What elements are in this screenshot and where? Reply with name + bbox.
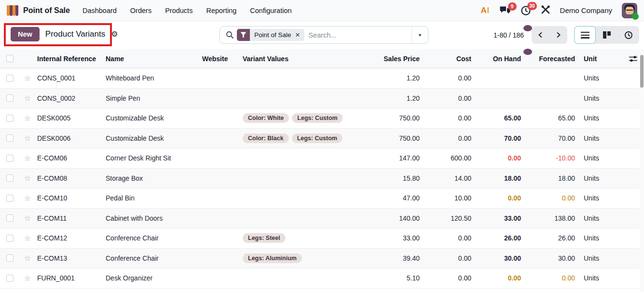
- row-checkbox[interactable]: [6, 214, 14, 222]
- cell-forecasted[interactable]: 138.00: [522, 214, 576, 222]
- cell-name[interactable]: Conference Chair: [104, 234, 201, 242]
- favorite-star-icon[interactable]: ☆: [19, 234, 36, 243]
- cell-cost[interactable]: 120.50: [421, 214, 472, 222]
- cell-on-hand[interactable]: 65.00: [472, 114, 522, 122]
- favorite-star-icon[interactable]: ☆: [19, 74, 36, 83]
- facet-remove-icon[interactable]: ✕: [295, 31, 301, 39]
- cell-forecasted[interactable]: -10.00: [522, 154, 576, 162]
- row-checkbox[interactable]: [6, 235, 14, 242]
- header-sales-price[interactable]: Sales Price: [343, 55, 421, 63]
- cell-internal-reference[interactable]: E-COM12: [36, 234, 104, 242]
- table-row[interactable]: ☆ E-COM08 Storage Box 15.80 14.00 18.00 …: [0, 169, 644, 189]
- cell-name[interactable]: Conference Chair: [104, 254, 201, 262]
- cell-internal-reference[interactable]: E-COM10: [36, 194, 104, 202]
- cell-on-hand[interactable]: 0.00: [472, 154, 522, 162]
- header-variant-values[interactable]: Variant Values: [241, 55, 343, 63]
- cell-forecasted[interactable]: 70.00: [522, 134, 576, 142]
- row-checkbox[interactable]: [6, 195, 14, 202]
- cell-internal-reference[interactable]: E-COM06: [36, 154, 104, 162]
- favorite-star-icon[interactable]: ☆: [19, 213, 36, 223]
- cell-name[interactable]: Customizable Desk: [104, 114, 201, 122]
- row-checkbox[interactable]: [6, 115, 14, 122]
- cell-sales-price[interactable]: 33.00: [343, 234, 421, 242]
- cell-sales-price[interactable]: 39.40: [343, 254, 421, 262]
- cell-cost[interactable]: 0.00: [421, 94, 472, 102]
- search-dropdown-toggle[interactable]: ▼: [411, 27, 424, 43]
- cell-internal-reference[interactable]: FURN_0001: [36, 274, 104, 282]
- cell-on-hand[interactable]: 18.00: [472, 174, 522, 182]
- cell-name[interactable]: Corner Desk Right Sit: [104, 154, 201, 162]
- cell-sales-price[interactable]: 750.00: [343, 114, 421, 122]
- cell-sales-price[interactable]: 140.00: [343, 214, 421, 222]
- menu-item-reporting[interactable]: Reporting: [206, 7, 236, 14]
- cell-name[interactable]: Simple Pen: [104, 94, 201, 102]
- cell-name[interactable]: Pedal Bin: [104, 194, 201, 202]
- row-checkbox[interactable]: [6, 155, 14, 162]
- scrollbar-thumb[interactable]: [640, 55, 644, 88]
- cell-cost[interactable]: 10.00: [421, 194, 472, 202]
- company-switcher[interactable]: Demo Company: [560, 6, 612, 14]
- cell-cost[interactable]: 0.00: [421, 134, 472, 142]
- cell-cost[interactable]: 0.00: [421, 274, 472, 282]
- cell-unit[interactable]: Units: [576, 114, 620, 122]
- table-row[interactable]: ☆ E-COM11 Cabinet with Doors 140.00 120.…: [0, 209, 644, 229]
- cell-cost[interactable]: 600.00: [421, 154, 472, 162]
- cell-forecasted[interactable]: 30.00: [522, 254, 576, 262]
- cell-unit[interactable]: Units: [576, 254, 620, 262]
- cell-sales-price[interactable]: 750.00: [343, 134, 421, 142]
- cell-internal-reference[interactable]: E-COM13: [36, 254, 104, 262]
- cell-forecasted[interactable]: 0.00: [522, 194, 576, 202]
- cell-cost[interactable]: 0.00: [421, 74, 472, 82]
- app-name[interactable]: Point of Sale: [23, 6, 70, 15]
- cell-name[interactable]: Customizable Desk: [104, 134, 201, 142]
- optional-columns-icon[interactable]: [629, 55, 637, 62]
- header-name[interactable]: Name: [104, 55, 201, 63]
- cell-sales-price[interactable]: 47.00: [343, 194, 421, 202]
- menu-item-dashboard[interactable]: Dashboard: [82, 7, 117, 14]
- table-row[interactable]: ☆ E-COM13 Conference Chair Legs: Alumini…: [0, 249, 644, 269]
- cell-unit[interactable]: Units: [576, 154, 620, 162]
- menu-item-configuration[interactable]: Configuration: [250, 7, 291, 14]
- row-checkbox[interactable]: [6, 174, 14, 182]
- cell-name[interactable]: Whiteboard Pen: [104, 74, 201, 82]
- row-checkbox[interactable]: [6, 134, 14, 142]
- table-row[interactable]: ☆ E-COM06 Corner Desk Right Sit 147.00 6…: [0, 148, 644, 169]
- pager-next-button[interactable]: [549, 26, 567, 44]
- new-button[interactable]: New: [11, 27, 40, 41]
- cell-on-hand[interactable]: 0.00: [472, 194, 522, 202]
- cell-internal-reference[interactable]: DESK0005: [36, 114, 104, 122]
- header-internal-reference[interactable]: Internal Reference: [36, 55, 104, 63]
- favorite-star-icon[interactable]: ☆: [19, 133, 36, 143]
- favorite-star-icon[interactable]: ☆: [19, 253, 36, 263]
- cell-name[interactable]: Desk Organizer: [104, 274, 201, 282]
- favorite-star-icon[interactable]: ☆: [19, 154, 36, 163]
- user-avatar[interactable]: [622, 3, 637, 18]
- cell-sales-price[interactable]: 147.00: [343, 154, 421, 162]
- menu-item-orders[interactable]: Orders: [130, 7, 151, 14]
- cell-forecasted[interactable]: 65.00: [522, 114, 576, 122]
- cell-cost[interactable]: 0.00: [421, 234, 472, 242]
- activity-view-button[interactable]: [617, 26, 639, 44]
- debug-tools-button[interactable]: [541, 5, 550, 16]
- table-row[interactable]: ☆ E-COM10 Pedal Bin 47.00 10.00 0.00 0.0…: [0, 188, 644, 209]
- table-row[interactable]: ☆ DESK0005 Customizable Desk Color: Whit…: [0, 108, 644, 129]
- pager-previous-button[interactable]: [532, 26, 549, 44]
- search-bar[interactable]: Point of Sale ✕ ▼: [219, 26, 428, 44]
- cell-on-hand[interactable]: 26.00: [472, 234, 522, 242]
- cell-internal-reference[interactable]: CONS_0001: [36, 74, 104, 82]
- table-row[interactable]: ☆ CONS_0002 Simple Pen 1.20 0.00 Units: [0, 89, 644, 109]
- list-view-button[interactable]: [574, 26, 596, 44]
- cell-on-hand[interactable]: 30.00: [472, 254, 522, 262]
- cell-forecasted[interactable]: 18.00: [522, 174, 576, 182]
- row-checkbox[interactable]: [6, 75, 14, 82]
- cell-forecasted[interactable]: 26.00: [522, 234, 576, 242]
- cell-on-hand[interactable]: 70.00: [472, 134, 522, 142]
- cell-unit[interactable]: Units: [576, 94, 620, 102]
- cell-unit[interactable]: Units: [576, 74, 620, 82]
- cell-on-hand[interactable]: 0.00: [472, 274, 522, 282]
- cell-cost[interactable]: 0.00: [421, 254, 472, 262]
- favorite-star-icon[interactable]: ☆: [19, 274, 36, 283]
- favorite-star-icon[interactable]: ☆: [19, 114, 36, 123]
- action-gear-icon[interactable]: ⚙: [111, 30, 118, 38]
- search-input[interactable]: [308, 31, 411, 39]
